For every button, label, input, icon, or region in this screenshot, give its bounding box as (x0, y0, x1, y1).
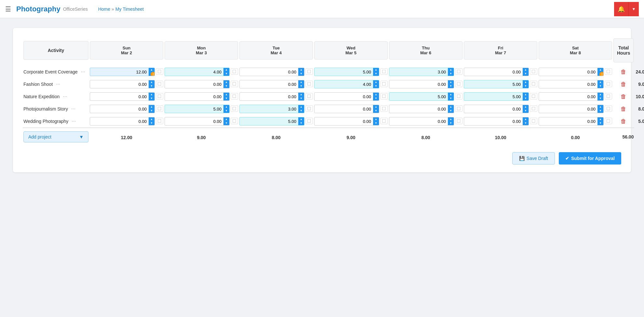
time-input[interactable] (464, 118, 523, 125)
row-options-button[interactable]: ··· (63, 94, 67, 99)
decrement-button[interactable]: ▼ (523, 72, 529, 76)
time-input[interactable] (389, 81, 448, 88)
time-input[interactable] (464, 68, 523, 76)
decrement-button[interactable]: ▼ (597, 109, 603, 113)
time-input[interactable] (315, 68, 373, 76)
note-button[interactable]: ☐ (455, 118, 463, 124)
delete-row-button[interactable]: 🗑 (619, 80, 628, 88)
note-button[interactable]: ☐ (530, 118, 537, 124)
decrement-button[interactable]: ▼ (298, 109, 304, 113)
delete-row-button[interactable]: 🗑 (619, 93, 628, 100)
note-button[interactable]: ☐ (605, 68, 612, 75)
increment-button[interactable]: ▲ (223, 68, 229, 72)
decrement-button[interactable]: ▼ (298, 84, 304, 88)
increment-button[interactable]: ▲ (298, 68, 304, 72)
increment-button[interactable]: ▲ (597, 68, 603, 72)
increment-button[interactable]: ▲ (448, 93, 454, 97)
time-input[interactable] (389, 68, 448, 76)
delete-row-button[interactable]: 🗑 (619, 105, 628, 113)
decrement-button[interactable]: ▼ (523, 84, 529, 88)
increment-button[interactable]: ▲ (448, 105, 454, 109)
note-button[interactable]: ☐ (530, 93, 537, 99)
note-button[interactable]: ☐ (231, 118, 238, 124)
notification-bell[interactable]: 🔔 (614, 2, 628, 16)
note-button[interactable]: ☐ (455, 93, 463, 99)
decrement-button[interactable]: ▼ (448, 121, 454, 125)
increment-button[interactable]: ▲ (298, 93, 304, 97)
decrement-button[interactable]: ▼ (223, 121, 229, 125)
note-button[interactable]: ☐ (530, 81, 537, 87)
decrement-button[interactable]: ▼ (523, 97, 529, 100)
delete-row-button[interactable]: 🗑 (619, 68, 628, 76)
note-button[interactable]: ☐ (305, 118, 313, 124)
note-button[interactable]: ☐ (605, 93, 612, 99)
note-button[interactable]: ☐ (380, 118, 388, 124)
note-button[interactable]: ☐ (231, 105, 238, 112)
time-input[interactable] (389, 118, 448, 125)
increment-button[interactable]: ▲ (523, 93, 529, 97)
increment-button[interactable]: ▲ (523, 80, 529, 84)
decrement-button[interactable]: ▼ (373, 109, 379, 113)
time-input[interactable] (315, 81, 373, 88)
hamburger-icon[interactable]: ☰ (5, 5, 11, 13)
decrement-button[interactable]: ▼ (373, 72, 379, 76)
increment-button[interactable]: ▲ (597, 105, 603, 109)
increment-button[interactable]: ▲ (373, 93, 379, 97)
time-input[interactable] (90, 81, 149, 88)
note-button[interactable]: ☐ (380, 93, 388, 99)
note-button[interactable]: ☐ (530, 105, 537, 112)
note-button[interactable]: ☐ (530, 68, 537, 75)
note-button[interactable]: ☐ (455, 68, 463, 75)
note-button[interactable]: ☐ (156, 68, 163, 75)
decrement-button[interactable]: ▼ (298, 72, 304, 76)
note-button[interactable]: ☐ (305, 81, 313, 87)
time-input[interactable] (240, 118, 298, 125)
increment-button[interactable]: ▲ (373, 80, 379, 84)
decrement-button[interactable]: ▼ (448, 84, 454, 88)
note-button[interactable]: ☐ (605, 105, 612, 112)
user-dropdown[interactable]: ▼ (628, 2, 639, 16)
nav-current[interactable]: My Timesheet (115, 7, 144, 12)
increment-button[interactable]: ▲ (448, 68, 454, 72)
submit-approval-button[interactable]: ✔ Submit for Approval (559, 152, 621, 165)
decrement-button[interactable]: ▼ (448, 72, 454, 76)
increment-button[interactable]: ▲ (223, 80, 229, 84)
time-input[interactable] (90, 105, 149, 113)
increment-button[interactable]: ▲ (597, 80, 603, 84)
increment-button[interactable]: ▲ (597, 93, 603, 97)
time-input[interactable] (240, 68, 298, 76)
time-input[interactable] (539, 118, 597, 125)
increment-button[interactable]: ▲ (298, 80, 304, 84)
add-project-button[interactable]: Add project ▼ (23, 131, 88, 142)
decrement-button[interactable]: ▼ (298, 97, 304, 100)
note-button[interactable]: ☐ (156, 93, 163, 99)
decrement-button[interactable]: ▼ (373, 84, 379, 88)
time-input[interactable] (240, 81, 298, 88)
increment-button[interactable]: ▲ (373, 117, 379, 121)
decrement-button[interactable]: ▼ (223, 72, 229, 76)
increment-button[interactable]: ▲ (223, 117, 229, 121)
time-input[interactable] (165, 81, 223, 88)
decrement-button[interactable]: ▼ (523, 109, 529, 113)
decrement-button[interactable]: ▼ (373, 121, 379, 125)
increment-button[interactable]: ▲ (373, 105, 379, 109)
time-input[interactable] (539, 68, 597, 76)
decrement-button[interactable]: ▼ (448, 109, 454, 113)
decrement-button[interactable]: ▼ (223, 109, 229, 113)
increment-button[interactable]: ▲ (523, 68, 529, 72)
decrement-button[interactable]: ▼ (523, 121, 529, 125)
increment-button[interactable]: ▲ (448, 80, 454, 84)
decrement-button[interactable]: ▼ (223, 84, 229, 88)
increment-button[interactable]: ▲ (523, 105, 529, 109)
decrement-button[interactable]: ▼ (149, 109, 154, 113)
increment-button[interactable]: ▲ (149, 117, 154, 121)
decrement-button[interactable]: ▼ (149, 97, 154, 100)
note-button[interactable]: ☐ (231, 93, 238, 99)
time-input[interactable] (539, 105, 597, 113)
time-input[interactable] (315, 105, 373, 113)
increment-button[interactable]: ▲ (448, 117, 454, 121)
time-input[interactable] (165, 68, 223, 76)
increment-button[interactable]: ▲ (298, 105, 304, 109)
time-input[interactable] (389, 93, 448, 100)
time-input[interactable] (165, 105, 223, 113)
